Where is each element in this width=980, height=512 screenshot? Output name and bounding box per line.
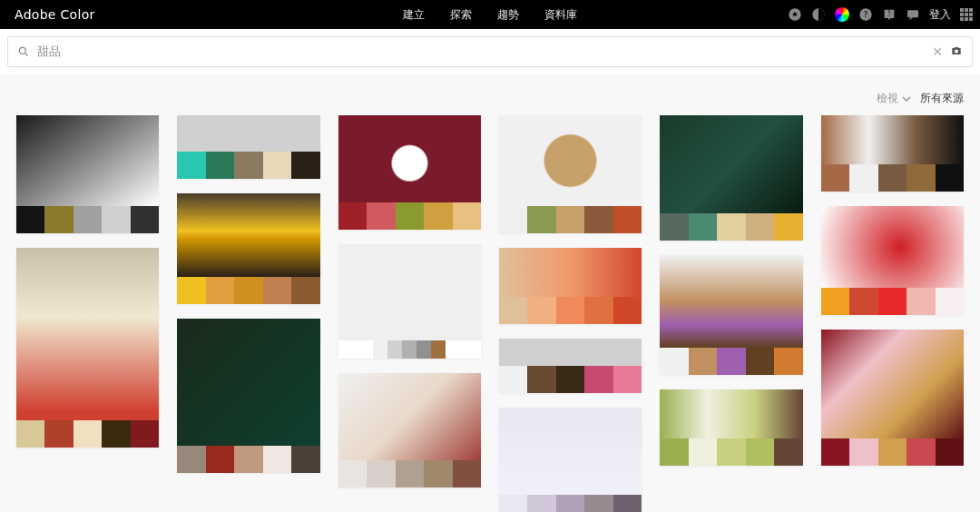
swatch [206, 277, 234, 304]
swatch [338, 460, 367, 487]
palette-card[interactable] [660, 389, 802, 466]
contrast-icon[interactable] [811, 7, 826, 22]
swatch [849, 164, 877, 192]
palette-swatches [338, 460, 481, 487]
nav-explore[interactable]: 探索 [450, 7, 472, 23]
view-dropdown[interactable]: 檢視 [877, 91, 911, 106]
palette-card[interactable] [177, 319, 319, 473]
palette-card[interactable] [177, 115, 319, 179]
swatch [74, 206, 102, 233]
login-link[interactable]: 登入 [929, 7, 951, 23]
swatch [453, 460, 481, 487]
swatch [527, 206, 555, 233]
palette-card[interactable] [821, 330, 964, 466]
swatch [849, 288, 877, 315]
swatch [291, 446, 319, 473]
header-actions: ? ! 登入 [788, 7, 973, 23]
swatch [402, 340, 416, 359]
view-label-text: 檢視 [877, 91, 898, 106]
palette-thumbnail [177, 193, 319, 277]
palette-thumbnail [16, 248, 159, 420]
swatch [263, 152, 291, 179]
palette-card[interactable] [338, 244, 481, 359]
swatch [556, 297, 584, 324]
swatch [367, 202, 395, 230]
swatch [102, 420, 130, 448]
swatch [584, 495, 612, 512]
nav-create[interactable]: 建立 [403, 7, 425, 23]
swatch [44, 420, 73, 448]
star-icon[interactable] [788, 7, 802, 22]
palette-swatches [660, 438, 802, 466]
search-input[interactable] [37, 45, 925, 59]
swatch [416, 340, 431, 359]
palette-card[interactable] [499, 248, 642, 324]
swatch [936, 164, 964, 192]
svg-point-7 [19, 47, 25, 54]
palette-thumbnail [338, 244, 481, 340]
camera-icon[interactable] [950, 44, 963, 61]
clear-icon[interactable]: ✕ [932, 44, 943, 59]
palette-card[interactable] [177, 193, 319, 304]
swatch [906, 164, 935, 192]
palette-card[interactable] [16, 115, 159, 233]
swatch [206, 152, 234, 179]
palette-thumbnail [821, 330, 964, 438]
palette-card[interactable] [499, 408, 642, 512]
swatch [717, 438, 745, 466]
palette-card[interactable] [338, 115, 481, 230]
swatch [746, 438, 774, 466]
palette-thumbnail [660, 115, 802, 213]
palette-swatches [373, 340, 446, 359]
palette-thumbnail [499, 339, 642, 366]
chat-icon[interactable] [906, 7, 920, 22]
palette-thumbnail [499, 248, 642, 297]
palette-thumbnail [16, 115, 159, 206]
swatch [387, 340, 402, 359]
palette-thumbnail [821, 206, 964, 288]
gallery-column [660, 115, 802, 512]
swatch [499, 206, 527, 233]
swatch [263, 446, 291, 473]
swatch [234, 446, 262, 473]
swatch [177, 446, 205, 473]
swatch [177, 152, 205, 179]
source-dropdown[interactable]: 所有來源 [920, 91, 964, 106]
swatch [821, 288, 849, 315]
swatch [499, 366, 527, 393]
nav-libraries[interactable]: 資料庫 [544, 7, 577, 23]
palette-swatches [177, 152, 319, 179]
apps-icon[interactable] [960, 8, 973, 21]
search-bar[interactable]: ✕ [7, 36, 973, 67]
gallery-column [499, 115, 642, 512]
swatch [338, 202, 367, 230]
swatch [717, 213, 745, 241]
palette-card[interactable] [660, 255, 802, 375]
swatch [746, 348, 774, 375]
main-nav: 建立 探索 趨勢 資料庫 [403, 7, 577, 23]
palette-card[interactable] [16, 248, 159, 448]
palette-card[interactable] [660, 115, 802, 241]
color-wheel-icon[interactable] [835, 7, 849, 22]
swatch [556, 366, 584, 393]
swatch [660, 348, 688, 375]
palette-card[interactable] [821, 206, 964, 315]
palette-swatches [16, 420, 159, 448]
swatch [878, 164, 906, 192]
swatch [44, 206, 73, 233]
palette-card[interactable] [338, 373, 481, 487]
swatch [291, 277, 319, 304]
palette-card[interactable] [499, 115, 642, 233]
palette-card[interactable] [499, 339, 642, 393]
swatch [527, 366, 555, 393]
swatch [499, 297, 527, 324]
palette-card[interactable] [821, 115, 964, 192]
swatch [746, 213, 774, 241]
app-logo[interactable]: Adobe Color [15, 7, 95, 22]
gallery-column [177, 115, 319, 512]
search-container: ✕ [0, 29, 980, 74]
palette-thumbnail [499, 115, 642, 206]
help-icon[interactable]: ? [858, 7, 873, 22]
nav-trends[interactable]: 趨勢 [497, 7, 519, 23]
announcement-icon[interactable]: ! [882, 7, 897, 22]
